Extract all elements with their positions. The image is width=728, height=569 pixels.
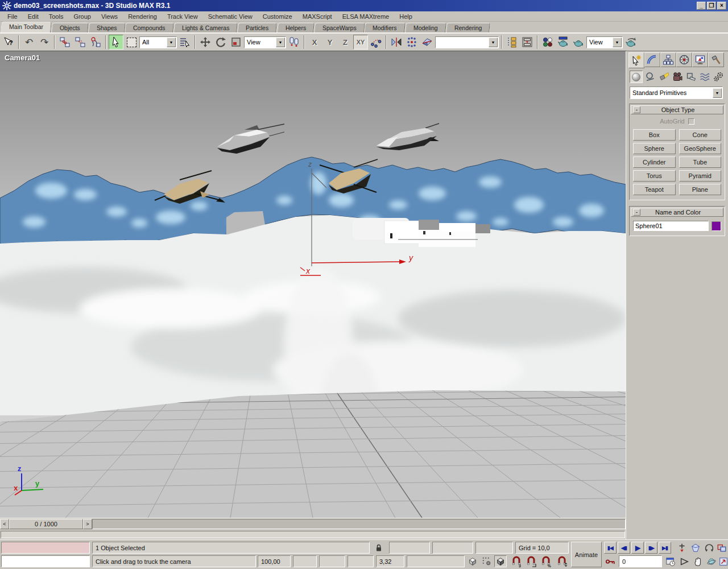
align-button[interactable] (420, 35, 435, 50)
current-frame-field[interactable]: 0 (619, 555, 662, 567)
lock-selection-button[interactable] (373, 542, 385, 554)
next-frame-arrow-button[interactable]: > (83, 519, 92, 529)
camera-value-field[interactable]: 100,00 (258, 555, 291, 567)
shapes-button[interactable] (643, 71, 656, 83)
redo-button[interactable]: ↷ (37, 35, 52, 50)
rectangular-selection-region-button[interactable] (124, 35, 139, 50)
array-button[interactable] (404, 35, 419, 50)
coordinate-x-field[interactable] (389, 542, 430, 554)
name-color-rollout-title[interactable]: - Name and Color (631, 208, 723, 217)
dropdown-arrow-icon[interactable]: ▼ (713, 88, 722, 98)
link-button[interactable] (57, 35, 72, 50)
field-of-view-button[interactable] (678, 555, 690, 567)
coordinate-z-field[interactable] (475, 542, 513, 554)
select-and-scale-button[interactable] (229, 35, 243, 50)
object-color-swatch[interactable] (712, 221, 721, 231)
dropdown-arrow-icon[interactable]: ▼ (167, 38, 176, 47)
quick-render-button[interactable] (623, 35, 638, 50)
key-mode-toggle-button[interactable] (604, 555, 617, 567)
menu-item-elsa-maxtreme[interactable]: ELSA MAXtreme (337, 13, 395, 20)
restrict-x-button[interactable]: X (307, 35, 322, 50)
systems-button[interactable] (712, 71, 725, 83)
open-track-view-button[interactable] (504, 35, 519, 50)
cone-button[interactable]: Cone (679, 129, 722, 141)
spinner-snap-toggle-button[interactable] (556, 555, 568, 567)
reference-coordinate-system-dropdown[interactable]: View ▼ (244, 36, 286, 48)
menu-item-tools[interactable]: Tools (44, 13, 69, 20)
go-to-start-button[interactable]: ▮◀ (604, 542, 617, 554)
coordinate-y-field[interactable] (432, 542, 473, 554)
min-max-toggle-button[interactable] (717, 555, 728, 567)
menu-item-group[interactable]: Group (68, 13, 96, 20)
collapse-button[interactable]: - (633, 106, 640, 113)
material-editor-button[interactable] (540, 35, 555, 50)
percent-snap-toggle-button[interactable]: % (539, 555, 553, 567)
degradation-override-button[interactable] (466, 555, 479, 567)
dolly-camera-button[interactable] (676, 542, 688, 554)
menu-item-views[interactable]: Views (96, 13, 123, 20)
pan-button[interactable] (692, 555, 704, 567)
box-button[interactable]: Box (633, 129, 676, 141)
select-and-rotate-button[interactable] (213, 35, 228, 50)
mirror-button[interactable] (389, 35, 404, 50)
tab-helpers[interactable]: Helpers (277, 23, 315, 32)
cameras-button[interactable] (671, 71, 684, 83)
undo-button[interactable]: ↶ (22, 35, 36, 50)
helpers-button[interactable] (684, 71, 697, 83)
snap-toggle-3d-button[interactable]: 3 (510, 555, 523, 567)
tab-spacewarps[interactable]: SpaceWarps (314, 23, 365, 32)
torus-button[interactable]: Torus (633, 170, 676, 182)
dropdown-arrow-icon[interactable]: ▼ (276, 38, 285, 47)
zoom-extents-button[interactable] (689, 542, 702, 554)
restrict-y-button[interactable]: Y (322, 35, 337, 50)
snap-target-button[interactable] (481, 555, 493, 567)
select-and-move-button[interactable] (198, 35, 213, 50)
restrict-xy-plane-button[interactable]: XY (353, 35, 368, 50)
tab-hierarchy[interactable] (660, 52, 676, 67)
degradation-value-field[interactable]: 3,32 (376, 555, 404, 567)
spacewarps-button[interactable] (698, 71, 711, 83)
selection-filter-dropdown[interactable]: All ▼ (139, 36, 177, 48)
render-scene-button[interactable] (556, 35, 570, 50)
tab-display[interactable] (692, 52, 708, 67)
autogrid-checkbox[interactable] (688, 118, 694, 125)
region-zoom-button[interactable] (715, 542, 728, 554)
minimize-button[interactable]: _ (697, 2, 706, 10)
animate-button[interactable]: Animate (571, 542, 602, 567)
tab-modifiers[interactable]: Modifiers (365, 23, 406, 32)
render-last-button[interactable] (571, 35, 586, 50)
pyramid-button[interactable]: Pyramid (679, 170, 722, 182)
maximize-button[interactable]: ❐ (707, 2, 716, 10)
select-by-name-button[interactable] (177, 35, 192, 50)
orbit-camera-button[interactable] (703, 542, 715, 554)
close-button[interactable]: × (717, 2, 726, 10)
tab-modify[interactable] (644, 52, 660, 67)
primitive-category-dropdown[interactable]: Standard Primitives ▼ (630, 86, 723, 99)
plane-button[interactable]: Plane (679, 184, 722, 195)
camera-viewport[interactable]: z y x z y x Camera01 (0, 51, 626, 518)
tab-objects[interactable]: Objects (51, 23, 88, 32)
unlink-button[interactable] (73, 35, 88, 50)
teapot-button[interactable]: Teapot (633, 184, 676, 195)
geosphere-button[interactable]: GeoSphere (679, 143, 722, 154)
collapse-button[interactable]: - (633, 209, 640, 216)
tab-compounds[interactable]: Compounds (125, 23, 173, 32)
previous-frame-button[interactable]: ◀▮ (618, 542, 630, 554)
object-type-rollout-title[interactable]: - Object Type (631, 105, 723, 114)
use-pivot-point-center-button[interactable] (287, 35, 301, 50)
maxscript-mini-listener-pink[interactable] (1, 542, 90, 554)
tab-rendering[interactable]: Rendering (446, 23, 490, 32)
tab-lights-cameras[interactable]: Lights & Cameras (173, 23, 238, 32)
angle-snap-toggle-button[interactable] (524, 555, 538, 567)
menu-item-track-view[interactable]: Track View (162, 13, 203, 20)
track-bar-lane[interactable] (1, 531, 625, 538)
tab-motion[interactable] (676, 52, 692, 67)
help-mode-button[interactable]: ? (1, 35, 16, 50)
tab-main-toolbar[interactable]: Main Toolbar (1, 22, 52, 32)
sphere-button[interactable]: Sphere (633, 143, 676, 154)
dropdown-arrow-icon[interactable]: ▼ (613, 38, 622, 47)
named-selection-sets-dropdown[interactable]: ▼ (435, 36, 499, 48)
tab-create[interactable] (628, 52, 644, 68)
tube-button[interactable]: Tube (679, 156, 722, 168)
play-button[interactable]: ▶ (631, 542, 644, 554)
